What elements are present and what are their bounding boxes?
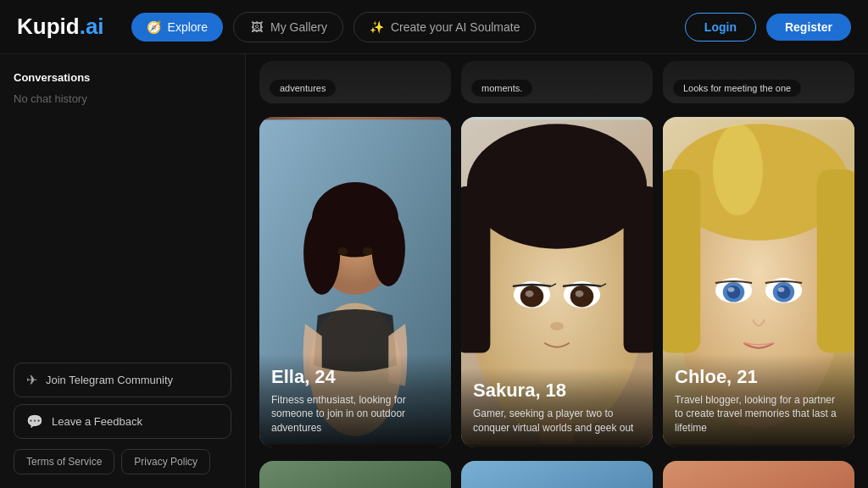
sidebar-footer: Terms of Service Privacy Policy xyxy=(14,449,231,474)
svg-point-29 xyxy=(727,286,741,299)
chloe-overlay: Chloe, 21 Travel blogger, looking for a … xyxy=(663,354,854,447)
logo: Kupid.ai xyxy=(17,14,104,40)
svg-point-5 xyxy=(372,211,405,286)
chloe-name: Chloe, 21 xyxy=(675,366,843,388)
sidebar: Conversations No chat history ✈ Join Tel… xyxy=(0,54,246,488)
conversations-title: Conversations xyxy=(14,71,231,84)
bottom-card-1[interactable] xyxy=(461,461,653,488)
create-icon: ✨ xyxy=(370,19,385,35)
ella-desc: Fitness enthusiast, looking for someone … xyxy=(271,393,439,435)
terms-button[interactable]: Terms of Service xyxy=(14,449,114,474)
bottom-cards-row xyxy=(246,454,868,488)
top-card-2[interactable]: Looks for meeting the one xyxy=(663,61,854,103)
svg-rect-25 xyxy=(817,169,854,352)
svg-rect-12 xyxy=(624,186,653,353)
card-sakura[interactable]: Sakura, 18 Gamer, seeking a player two t… xyxy=(461,117,653,447)
svg-point-26 xyxy=(713,124,763,215)
telegram-icon: ✈ xyxy=(26,372,37,388)
svg-point-33 xyxy=(777,286,791,299)
svg-point-4 xyxy=(303,211,340,294)
svg-rect-11 xyxy=(461,186,490,353)
svg-rect-24 xyxy=(663,169,700,352)
bottom-card-0[interactable] xyxy=(259,461,451,488)
bottom-card-bg-0 xyxy=(259,461,451,488)
feedback-button[interactable]: 💬 Leave a Feedback xyxy=(14,404,231,439)
svg-point-7 xyxy=(363,247,373,256)
bottom-card-bg-1 xyxy=(461,461,653,488)
nav-create-label: Create your AI Soulmate xyxy=(391,20,520,34)
nav-gallery-label: My Gallery xyxy=(270,20,327,34)
logo-kupid: Kupid xyxy=(17,14,80,39)
nav-explore-button[interactable]: 🧭 Explore xyxy=(131,13,223,42)
telegram-label: Join Telegram Community xyxy=(46,374,173,386)
sakura-overlay: Sakura, 18 Gamer, seeking a player two t… xyxy=(461,368,653,447)
top-card-tag-2: Looks for meeting the one xyxy=(673,80,801,97)
svg-point-19 xyxy=(550,322,564,330)
telegram-button[interactable]: ✈ Join Telegram Community xyxy=(14,363,231,397)
sakura-desc: Gamer, seeking a player two to conquer v… xyxy=(473,407,641,435)
main-content: adventures moments. Looks for meeting th… xyxy=(246,54,868,488)
svg-point-34 xyxy=(778,287,785,292)
svg-point-18 xyxy=(576,291,584,297)
login-button[interactable]: Login xyxy=(685,13,756,42)
bottom-card-bg-2 xyxy=(663,461,854,488)
nav-create-button[interactable]: ✨ Create your AI Soulmate xyxy=(353,12,537,42)
bottom-card-2[interactable] xyxy=(663,461,854,488)
svg-point-15 xyxy=(526,291,534,297)
sakura-name: Sakura, 18 xyxy=(473,380,641,402)
logo-dot: . xyxy=(80,14,86,39)
sidebar-actions: ✈ Join Telegram Community 💬 Leave a Feed… xyxy=(14,363,231,439)
ella-name: Ella, 24 xyxy=(271,366,439,388)
gallery-icon: 🖼 xyxy=(249,19,264,35)
top-card-tag-1: moments. xyxy=(471,80,532,97)
card-ella[interactable]: Ella, 24 Fitness enthusiast, looking for… xyxy=(259,117,451,447)
top-card-0[interactable]: adventures xyxy=(259,61,451,103)
body: Conversations No chat history ✈ Join Tel… xyxy=(0,54,868,488)
feedback-label: Leave a Feedback xyxy=(52,415,142,428)
svg-point-6 xyxy=(337,247,348,256)
nav-explore-label: Explore xyxy=(168,20,208,34)
svg-point-10 xyxy=(467,124,647,248)
chloe-desc: Travel blogger, looking for a partner to… xyxy=(675,393,843,435)
nav-gallery-button[interactable]: 🖼 My Gallery xyxy=(233,12,343,42)
privacy-button[interactable]: Privacy Policy xyxy=(121,449,210,474)
no-chat-history: No chat history xyxy=(14,92,231,363)
top-card-tag-0: adventures xyxy=(270,80,336,97)
ella-overlay: Ella, 24 Fitness enthusiast, looking for… xyxy=(259,354,451,447)
top-cards-row: adventures moments. Looks for meeting th… xyxy=(246,54,868,114)
svg-point-30 xyxy=(728,287,735,292)
logo-ai: ai xyxy=(86,14,104,39)
register-button[interactable]: Register xyxy=(766,14,851,41)
top-card-1[interactable]: moments. xyxy=(461,61,653,103)
main-cards-row: Ella, 24 Fitness enthusiast, looking for… xyxy=(246,110,868,458)
header: Kupid.ai 🧭 Explore 🖼 My Gallery ✨ Create… xyxy=(0,0,868,54)
card-chloe[interactable]: Chloe, 21 Travel blogger, looking for a … xyxy=(663,117,854,447)
feedback-icon: 💬 xyxy=(26,413,43,430)
explore-icon: 🧭 xyxy=(147,19,162,35)
